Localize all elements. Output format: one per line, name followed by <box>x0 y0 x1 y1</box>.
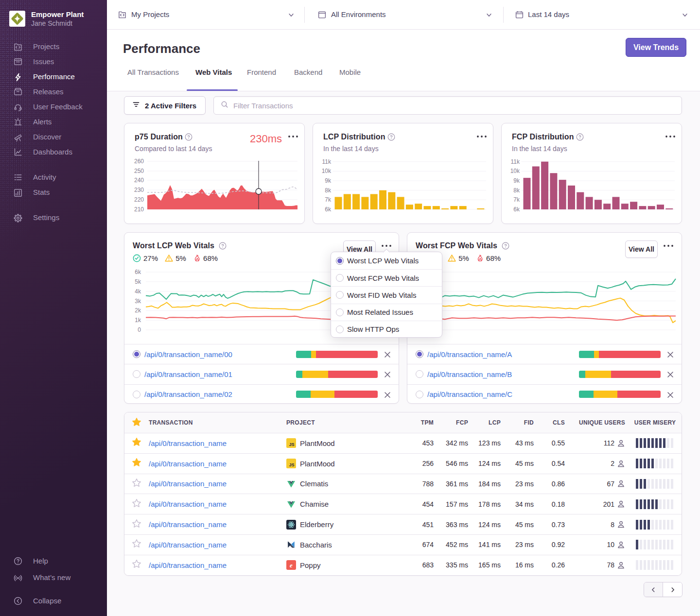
svg-text:0: 0 <box>138 326 141 333</box>
svg-text:8k: 8k <box>513 187 520 194</box>
svg-text:JS: JS <box>289 463 295 468</box>
svg-text:11k: 11k <box>322 158 332 165</box>
svg-text:3k: 3k <box>135 298 141 305</box>
svg-text:1k: 1k <box>135 317 141 324</box>
svg-text:5k: 5k <box>135 278 141 285</box>
svg-text:10k: 10k <box>510 168 520 174</box>
svg-text:240: 240 <box>134 177 144 184</box>
svg-text:210: 210 <box>134 206 144 213</box>
svg-text:260: 260 <box>134 158 144 165</box>
svg-text:4k: 4k <box>135 288 141 295</box>
svg-text:e: e <box>290 562 293 569</box>
svg-text:230: 230 <box>134 187 144 193</box>
svg-text:10k: 10k <box>322 168 332 174</box>
svg-text:2k: 2k <box>135 307 141 314</box>
svg-text:7k: 7k <box>325 196 332 203</box>
svg-text:8k: 8k <box>325 187 332 194</box>
svg-text:6k: 6k <box>513 206 520 213</box>
svg-text:JS: JS <box>289 443 295 447</box>
svg-text:9k: 9k <box>325 177 332 184</box>
svg-text:7k: 7k <box>513 196 520 203</box>
svg-text:250: 250 <box>134 168 144 174</box>
svg-text:6k: 6k <box>135 269 141 275</box>
svg-text:11k: 11k <box>511 158 520 165</box>
svg-text:220: 220 <box>134 196 144 203</box>
svg-text:6k: 6k <box>325 206 332 213</box>
svg-text:9k: 9k <box>513 177 520 184</box>
